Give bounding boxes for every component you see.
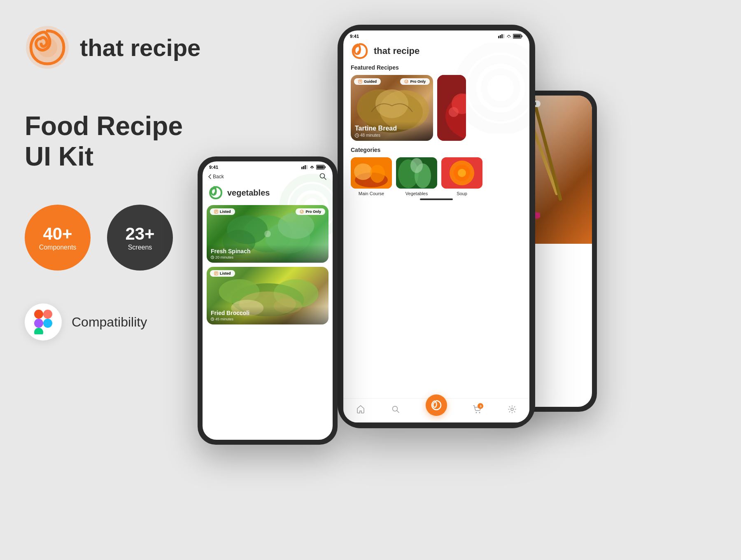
proonly-tag-bread: Pro Only — [400, 78, 430, 85]
bottom-nav: 3 — [343, 398, 529, 422]
svg-point-15 — [312, 168, 312, 169]
brand-logo-large — [25, 25, 70, 70]
vegetables-label: Vegetables — [405, 191, 428, 196]
svg-point-62 — [375, 89, 408, 118]
svg-rect-13 — [305, 165, 306, 169]
svg-point-55 — [508, 37, 509, 38]
soup-label: Soup — [457, 191, 467, 196]
svg-rect-54 — [503, 34, 504, 38]
veg-title: vegetables — [227, 188, 270, 198]
recipe-card-spinach[interactable]: Listed Pro Only Fresh Spinach 20 minutes — [207, 205, 329, 263]
svg-point-26 — [264, 231, 271, 237]
back-button[interactable]: Back — [208, 174, 224, 180]
svg-point-77 — [354, 163, 372, 180]
svg-rect-58 — [514, 35, 521, 38]
svg-rect-51 — [498, 36, 499, 38]
svg-point-66 — [405, 80, 408, 83]
components-stat: 40+ Components — [25, 205, 91, 271]
broccoli-tags: Listed — [210, 270, 325, 277]
veg-logo — [208, 185, 223, 200]
bread-tags: Guided Pro Only — [354, 78, 430, 85]
screens-label: Screens — [128, 244, 152, 251]
time-large: 9:41 — [350, 34, 359, 39]
proonly-label: Pro Only — [305, 210, 321, 214]
broccoli-name: Fried Broccoli — [211, 310, 324, 316]
home-logo — [351, 42, 369, 60]
svg-point-91 — [511, 408, 513, 411]
status-icons-small — [301, 165, 326, 170]
category-vegetables[interactable]: Vegetables — [396, 157, 437, 196]
nav-center-logo[interactable] — [426, 394, 447, 416]
category-soup[interactable]: Soup — [441, 157, 482, 196]
svg-rect-14 — [306, 165, 308, 169]
svg-rect-12 — [303, 166, 304, 169]
figma-logo — [25, 303, 62, 341]
svg-rect-6 — [34, 328, 43, 334]
category-maincourse[interactable]: Main Course — [351, 157, 392, 196]
broccoli-time-text: 45 minutes — [215, 317, 233, 321]
chicken-image — [437, 75, 466, 141]
spinach-name: Fresh Spinach — [211, 248, 324, 254]
svg-point-86 — [458, 169, 466, 177]
svg-line-88 — [397, 411, 399, 413]
svg-point-90 — [479, 412, 480, 413]
svg-rect-17 — [325, 166, 326, 168]
status-bar-large: 9:41 — [343, 30, 529, 40]
nav-home[interactable] — [356, 405, 365, 414]
broccoli-info: Fried Broccoli 45 minutes — [207, 306, 329, 324]
components-number: 40+ — [43, 224, 72, 244]
svg-point-49 — [472, 59, 529, 117]
featured-card-chicken-partial[interactable] — [437, 75, 466, 141]
listed-tag-spinach: Listed — [210, 208, 235, 215]
soup-image — [441, 157, 482, 189]
nav-settings[interactable] — [508, 405, 517, 414]
vegetables-image — [396, 157, 437, 189]
recipe-card-broccoli[interactable]: Listed Fried Broccoli 45 minutes — [207, 267, 329, 324]
featured-card-bread[interactable]: Guided Pro Only Tartine Bread 48 minutes — [351, 75, 433, 141]
svg-rect-11 — [301, 167, 303, 169]
time-small: 9:41 — [209, 165, 218, 170]
spinach-time: 20 minutes — [211, 255, 324, 259]
home-brand-name: that recipe — [374, 46, 419, 56]
spinach-tags: Listed Pro Only — [210, 208, 325, 215]
screens-stat: 23+ Screens — [107, 205, 173, 271]
screens-number: 23+ — [125, 224, 154, 244]
categories-title: Categories — [343, 141, 529, 157]
svg-rect-4 — [43, 310, 52, 319]
spinach-info: Fresh Spinach 20 minutes — [207, 245, 329, 263]
cart-badge: 3 — [478, 403, 483, 409]
svg-rect-53 — [501, 34, 503, 38]
broccoli-time: 45 minutes — [211, 317, 324, 321]
brand-name-large: that recipe — [80, 34, 200, 61]
svg-rect-18 — [317, 166, 324, 169]
nav-cart[interactable]: 3 — [473, 405, 482, 414]
bread-name: Tartine Bread — [355, 125, 429, 132]
svg-point-7 — [43, 319, 52, 328]
svg-rect-3 — [34, 310, 43, 319]
bread-info: Tartine Bread 48 minutes — [351, 121, 433, 141]
maincourse-label: Main Course — [359, 191, 384, 196]
spiral-bg-large — [455, 43, 529, 133]
guided-tag: Guided — [354, 78, 381, 85]
categories-row: Main Course Vegetables — [343, 157, 529, 196]
svg-point-89 — [476, 412, 477, 413]
proonly-label-bread: Pro Only — [410, 79, 426, 84]
phone-small: 9:41 Back — [198, 156, 338, 445]
svg-point-31 — [300, 210, 303, 213]
listed-tag-broccoli: Listed — [210, 270, 235, 277]
listed-label-broccoli: Listed — [220, 271, 231, 275]
svg-point-82 — [410, 158, 423, 173]
proonly-tag-spinach: Pro Only — [296, 208, 325, 215]
status-icons-large — [498, 34, 523, 39]
svg-rect-5 — [34, 319, 43, 328]
large-phone-screen: 9:41 that recipe Fe — [343, 30, 529, 422]
svg-line-69 — [357, 135, 358, 136]
svg-rect-52 — [500, 35, 501, 38]
listed-label: Listed — [220, 210, 231, 214]
brand-header: that recipe — [25, 25, 255, 70]
svg-point-25 — [278, 212, 315, 239]
compat-label: Compatibility — [72, 315, 147, 330]
svg-line-47 — [212, 319, 213, 320]
home-indicator — [420, 198, 453, 200]
nav-search[interactable] — [391, 405, 400, 414]
